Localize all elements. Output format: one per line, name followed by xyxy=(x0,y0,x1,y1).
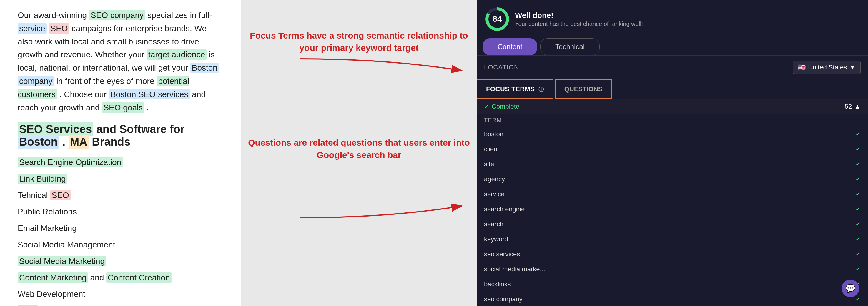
score-subtitle: Your content has the best chance of rank… xyxy=(515,20,643,28)
highlight-boston: Boston xyxy=(190,63,219,73)
questions-tab[interactable]: QUESTIONS xyxy=(555,80,612,99)
table-row[interactable]: boston ✓ xyxy=(477,127,868,142)
term-name: keyword xyxy=(484,235,508,243)
score-circle: 84 xyxy=(486,7,509,31)
highlight-seo: SEO xyxy=(49,23,69,34)
terms-table: TERM boston ✓ client ✓ site ✓ agency ✓ s… xyxy=(477,114,868,306)
term-name: agency xyxy=(484,175,505,183)
content-area: Our award-winning SEO company specialize… xyxy=(0,0,241,306)
highlight-h1-boston: Boston xyxy=(18,135,59,149)
highlight-h1-ma: MA xyxy=(68,135,89,149)
focus-terms-row: FOCUS TERMS ⓘ QUESTIONS xyxy=(477,79,868,99)
focus-terms-label: FOCUS TERMS xyxy=(486,85,535,93)
arrow1-svg xyxy=(271,35,477,94)
term-name: backlinks xyxy=(484,280,510,288)
complete-row: ✓ Complete 52 ▲ xyxy=(477,99,868,114)
term-check: ✓ xyxy=(855,235,861,243)
heading-seo-services: SEO Services and Software for Boston , M… xyxy=(18,123,224,148)
highlight-seo-goals: SEO goals xyxy=(102,102,144,113)
list-item: Search Engine Optimization xyxy=(18,154,224,171)
highlight-service: service xyxy=(18,23,47,34)
term-name: search engine xyxy=(484,205,525,213)
location-select[interactable]: 🇺🇸 United States ▼ xyxy=(793,61,861,74)
highlight-target-audience: target audience xyxy=(147,50,207,60)
list-item: Web Development xyxy=(18,286,224,303)
list-item: Social Media Management xyxy=(18,237,224,253)
term-name: boston xyxy=(484,130,503,138)
location-label: LOCATION xyxy=(484,64,519,71)
focus-terms-tab[interactable]: FOCUS TERMS ⓘ xyxy=(477,80,554,99)
term-check: ✓ xyxy=(855,160,861,168)
table-row[interactable]: client ✓ xyxy=(477,142,868,157)
table-row[interactable]: keyword ✓ xyxy=(477,232,868,247)
table-row[interactable]: backlinks ✓ xyxy=(477,277,868,292)
annotation-area: Focus Terms have a strong semantic relat… xyxy=(241,0,477,306)
count-value: 52 xyxy=(845,103,852,110)
term-check: ✓ xyxy=(855,130,861,138)
list-item: Social Media Marketing xyxy=(18,253,224,270)
table-row[interactable]: service ✓ xyxy=(477,187,868,202)
term-name: social media marke... xyxy=(484,266,545,273)
complete-badge: ✓ Complete xyxy=(484,103,519,110)
list-item: Link Building xyxy=(18,171,224,187)
term-check: ✓ xyxy=(855,145,861,153)
score-value: 84 xyxy=(489,10,506,28)
term-name: seo company xyxy=(484,296,523,303)
location-value: United States xyxy=(808,64,847,71)
services-list: Search Engine Optimization Link Building… xyxy=(18,154,224,306)
table-row[interactable]: search ✓ xyxy=(477,217,868,232)
complete-label: Complete xyxy=(492,103,519,110)
list-item: Public Relations xyxy=(18,204,224,220)
arrow2-svg xyxy=(271,188,477,247)
info-icon: ⓘ xyxy=(538,87,544,92)
questions-label: QUESTIONS xyxy=(564,85,602,93)
table-row[interactable]: social media marke... ✓ xyxy=(477,262,868,277)
table-row[interactable]: site ✓ xyxy=(477,157,868,172)
term-name: site xyxy=(484,160,494,168)
score-title: Well done! xyxy=(515,11,643,20)
up-arrow-icon: ▲ xyxy=(854,103,861,110)
intro-paragraph: Our award-winning SEO company specialize… xyxy=(18,9,224,114)
term-column-header: TERM xyxy=(484,117,502,124)
term-check: ✓ xyxy=(855,220,861,228)
tab-row: Content Technical xyxy=(477,38,868,55)
term-name: service xyxy=(484,190,505,198)
terms-header: TERM xyxy=(477,114,868,127)
table-row[interactable]: search engine ✓ xyxy=(477,202,868,217)
chat-icon: 💬 xyxy=(845,284,856,293)
list-item: Tehnical SEO xyxy=(18,187,224,204)
complete-count: 52 ▲ xyxy=(845,103,861,110)
tab-content[interactable]: Content xyxy=(483,38,537,55)
highlight-h1-seo-services: SEO Services xyxy=(18,122,93,136)
table-row[interactable]: seo services ✓ xyxy=(477,247,868,262)
flag-icon: 🇺🇸 xyxy=(798,64,806,71)
term-check: ✓ xyxy=(855,250,861,258)
term-name: seo services xyxy=(484,250,520,258)
location-row: LOCATION 🇺🇸 United States ▼ xyxy=(477,55,868,79)
highlight-company: company xyxy=(18,76,54,86)
table-row[interactable]: agency ✓ xyxy=(477,172,868,187)
term-check: ✓ xyxy=(855,296,861,303)
score-header: 84 Well done! Your content has the best … xyxy=(477,0,868,38)
term-name: search xyxy=(484,220,503,228)
term-check: ✓ xyxy=(855,190,861,198)
list-item: Email Marketing xyxy=(18,220,224,237)
term-check: ✓ xyxy=(855,266,861,273)
list-item: SEO Copywriting xyxy=(18,303,224,306)
term-check: ✓ xyxy=(855,175,861,183)
table-row[interactable]: seo company ✓ xyxy=(477,292,868,306)
tab-technical[interactable]: Technical xyxy=(540,38,600,55)
checkmark-icon: ✓ xyxy=(484,103,489,110)
chevron-down-icon: ▼ xyxy=(849,64,856,71)
highlight-boston-seo-services: Boston SEO services xyxy=(109,89,190,99)
highlight-seo-company: SEO company xyxy=(89,10,145,20)
chat-bubble-button[interactable]: 💬 xyxy=(841,279,859,297)
score-text: Well done! Your content has the best cha… xyxy=(515,11,643,28)
annotation-questions: Questions are related questions that use… xyxy=(247,136,471,161)
term-check: ✓ xyxy=(855,205,861,213)
list-item: Content Marketing and Content Creation xyxy=(18,270,224,286)
right-panel: 84 Well done! Your content has the best … xyxy=(477,0,868,306)
term-name: client xyxy=(484,145,499,153)
